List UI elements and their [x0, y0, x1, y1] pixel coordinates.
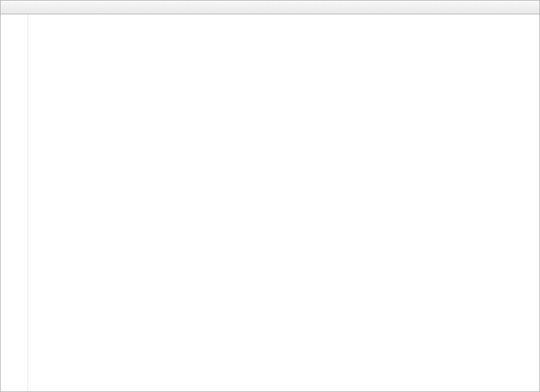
- editor-window: [0, 0, 540, 392]
- tab-bar: [1, 1, 539, 14]
- line-gutter: [1, 14, 28, 391]
- editor-body: [1, 14, 539, 391]
- code-area[interactable]: [28, 14, 539, 391]
